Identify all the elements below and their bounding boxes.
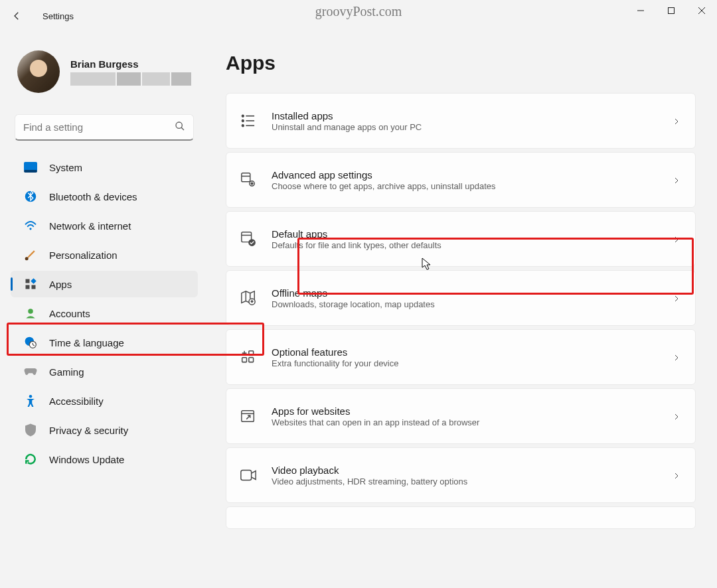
svg-rect-27	[242, 173, 250, 182]
sidebar-item-update[interactable]: Windows Update	[11, 446, 198, 473]
card-offline-maps[interactable]: Offline maps Downloads, storage location…	[226, 270, 696, 326]
card-subtitle: Uninstall and manage apps on your PC	[272, 122, 658, 132]
card-video-playback[interactable]: Video playback Video adjustments, HDR st…	[226, 447, 696, 503]
card-title: Video playback	[272, 465, 658, 476]
sidebar-item-label: Gaming	[49, 366, 84, 378]
sidebar-item-network[interactable]: Network & internet	[11, 212, 198, 239]
profile-email-redacted	[70, 72, 191, 86]
svg-point-20	[29, 395, 33, 398]
svg-point-25	[242, 125, 244, 127]
chevron-right-icon	[673, 234, 682, 244]
gamepad-icon	[24, 365, 37, 378]
grid-plus-icon	[240, 348, 257, 366]
close-button[interactable]	[686, 0, 717, 21]
chevron-right-icon	[673, 293, 682, 303]
profile-block[interactable]: Brian Burgess	[8, 32, 200, 105]
app-gear-icon	[240, 171, 257, 188]
sidebar-item-label: Personalization	[49, 250, 118, 261]
sidebar-item-system[interactable]: System	[11, 154, 198, 181]
card-subtitle: Choose where to get apps, archive apps, …	[272, 181, 658, 191]
sidebar-item-label: System	[49, 162, 82, 173]
sidebar-item-gaming[interactable]: Gaming	[11, 358, 198, 385]
card-subtitle: Video adjustments, HDR streaming, batter…	[272, 477, 658, 486]
sidebar-item-accessibility[interactable]: Accessibility	[11, 388, 198, 414]
profile-name: Brian Burgess	[70, 58, 191, 70]
svg-rect-14	[32, 285, 36, 289]
sidebar-item-label: Time & language	[49, 337, 124, 348]
page-title: Apps	[226, 52, 696, 74]
card-subtitle: Defaults for file and link types, other …	[272, 240, 658, 250]
clock-globe-icon	[24, 336, 37, 349]
card-title: Installed apps	[272, 110, 658, 121]
card-default-apps[interactable]: Default apps Defaults for file and link …	[226, 211, 696, 267]
card-subtitle: Websites that can open in an app instead…	[272, 417, 658, 427]
chevron-right-icon	[673, 175, 682, 184]
sidebar-item-label: Privacy & security	[49, 425, 128, 436]
card-title: Offline maps	[272, 287, 658, 299]
svg-rect-37	[242, 358, 247, 362]
svg-rect-7	[24, 170, 37, 173]
nav: System Bluetooth & devices Network & int…	[8, 153, 200, 474]
avatar	[17, 50, 60, 93]
chevron-right-icon	[673, 411, 682, 421]
card-title: Advanced app settings	[272, 169, 658, 181]
sidebar-item-label: Apps	[49, 279, 72, 290]
apps-icon	[24, 277, 37, 291]
chevron-right-icon	[673, 116, 682, 125]
sidebar-item-time[interactable]: Time & language	[11, 329, 198, 356]
svg-rect-38	[249, 358, 254, 362]
chevron-right-icon	[673, 471, 682, 480]
search-box[interactable]	[15, 114, 194, 141]
svg-rect-12	[31, 278, 36, 283]
svg-rect-6	[24, 162, 37, 171]
card-optional-features[interactable]: Optional features Extra functionality fo…	[226, 329, 696, 385]
sidebar-item-label: Network & internet	[49, 220, 131, 232]
map-download-icon	[240, 289, 257, 307]
person-icon	[24, 307, 37, 320]
svg-point-23	[242, 120, 244, 122]
sidebar-item-personalization[interactable]: Personalization	[11, 242, 198, 268]
card-subtitle: Downloads, storage location, map updates	[272, 299, 658, 309]
svg-rect-44	[241, 471, 252, 480]
search-icon	[175, 121, 185, 134]
shield-icon	[24, 423, 37, 437]
main-content: Apps Installed apps Uninstall and manage…	[206, 32, 717, 588]
maximize-button[interactable]	[656, 0, 686, 21]
svg-point-30	[251, 183, 253, 184]
card-title: Default apps	[272, 228, 658, 240]
accessibility-icon	[24, 394, 37, 407]
sidebar: Brian Burgess System Blu	[0, 32, 206, 588]
back-button[interactable]	[11, 10, 37, 22]
watermark: groovyPost.com	[315, 4, 402, 19]
svg-point-21	[242, 115, 244, 117]
card-startup[interactable]	[226, 506, 696, 529]
minimize-button[interactable]	[625, 0, 656, 21]
svg-line-5	[181, 127, 184, 130]
sidebar-item-apps[interactable]: Apps	[11, 271, 198, 297]
video-icon	[240, 467, 257, 484]
sidebar-item-accounts[interactable]: Accounts	[11, 300, 198, 327]
app-title: Settings	[42, 11, 74, 21]
paintbrush-icon	[24, 248, 37, 261]
list-icon	[240, 112, 257, 129]
update-icon	[24, 453, 37, 466]
svg-rect-39	[249, 351, 254, 356]
chevron-right-icon	[673, 352, 682, 362]
app-external-icon	[240, 407, 257, 425]
sidebar-item-privacy[interactable]: Privacy & security	[11, 417, 198, 443]
svg-point-15	[28, 309, 33, 314]
card-apps-for-websites[interactable]: Apps for websites Websites that can open…	[226, 388, 696, 444]
svg-rect-13	[26, 285, 30, 289]
sidebar-item-label: Bluetooth & devices	[49, 191, 137, 202]
card-installed-apps[interactable]: Installed apps Uninstall and manage apps…	[226, 93, 696, 149]
sidebar-item-bluetooth[interactable]: Bluetooth & devices	[11, 183, 198, 210]
sidebar-item-label: Accessibility	[49, 396, 104, 407]
bluetooth-icon	[24, 190, 37, 203]
search-input[interactable]	[23, 121, 175, 133]
svg-rect-11	[26, 279, 30, 283]
svg-point-9	[29, 228, 31, 230]
wifi-icon	[24, 219, 37, 232]
system-icon	[24, 161, 37, 174]
card-subtitle: Extra functionality for your device	[272, 358, 658, 368]
card-advanced-app-settings[interactable]: Advanced app settings Choose where to ge…	[226, 152, 696, 208]
